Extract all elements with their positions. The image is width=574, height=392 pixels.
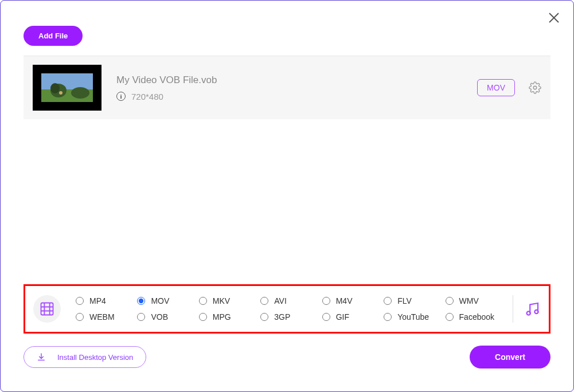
audio-format-icon[interactable]: [524, 300, 541, 317]
format-option-mkv[interactable]: MKV: [199, 296, 260, 305]
svg-point-14: [527, 311, 530, 315]
output-format-badge[interactable]: MOV: [477, 79, 515, 96]
close-button[interactable]: [547, 11, 561, 25]
info-icon[interactable]: i: [116, 92, 126, 101]
format-option-webm[interactable]: WEBM: [76, 312, 137, 322]
settings-icon[interactable]: [529, 81, 541, 94]
format-option-facebook[interactable]: Facebook: [446, 312, 507, 322]
svg-point-5: [50, 83, 60, 93]
video-thumbnail[interactable]: [33, 65, 101, 111]
install-desktop-button[interactable]: Install Desktop Version: [24, 346, 146, 368]
file-info: My Video VOB File.vob i 720*480: [116, 75, 477, 101]
install-label: Install Desktop Version: [57, 353, 133, 362]
file-dimensions: 720*480: [131, 92, 163, 101]
format-option-mpg[interactable]: MPG: [199, 312, 260, 322]
add-file-button[interactable]: Add File: [24, 26, 83, 46]
format-option-flv[interactable]: FLV: [384, 296, 445, 305]
format-option-3gp[interactable]: 3GP: [260, 312, 322, 322]
bottom-bar: Install Desktop Version Convert: [24, 346, 550, 369]
download-icon: [37, 352, 46, 362]
format-option-mp4[interactable]: MP4: [76, 296, 137, 305]
format-option-wmv[interactable]: WMV: [446, 296, 507, 305]
video-format-icon[interactable]: [33, 295, 61, 323]
format-option-mov[interactable]: MOV: [137, 296, 198, 305]
svg-point-6: [71, 87, 89, 99]
file-row: My Video VOB File.vob i 720*480 MOV: [24, 56, 550, 119]
format-option-vob[interactable]: VOB: [137, 312, 198, 322]
format-option-avi[interactable]: AVI: [260, 296, 322, 305]
convert-button[interactable]: Convert: [470, 346, 550, 369]
svg-point-8: [533, 86, 537, 89]
svg-rect-2: [41, 73, 93, 89]
divider: [513, 295, 513, 323]
format-option-youtube[interactable]: YouTube: [384, 312, 445, 322]
svg-rect-9: [41, 303, 53, 315]
svg-point-7: [59, 91, 63, 95]
format-grid: MP4 MOV MKV AVI M4V FLV WMV WEBM VOB MPG…: [76, 296, 507, 322]
svg-point-15: [534, 310, 538, 313]
file-name: My Video VOB File.vob: [116, 75, 477, 86]
format-panel: MP4 MOV MKV AVI M4V FLV WMV WEBM VOB MPG…: [24, 284, 550, 334]
format-option-gif[interactable]: GIF: [322, 312, 384, 322]
format-option-m4v[interactable]: M4V: [322, 296, 384, 305]
